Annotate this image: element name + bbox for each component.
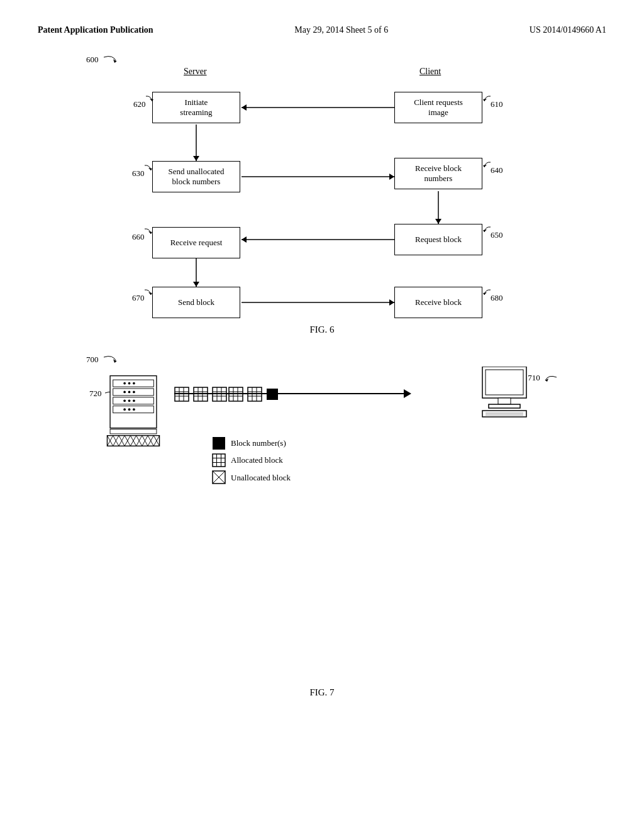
allocated-block-2: [193, 387, 208, 402]
box-receive-block: Receive block: [394, 287, 482, 318]
box-request-block: Request block: [394, 224, 482, 255]
svg-rect-73: [213, 387, 226, 401]
ref-630: 630: [132, 169, 145, 179]
svg-rect-96: [213, 437, 225, 450]
server-rack-icon: [105, 373, 162, 448]
fig7-legend: Block number(s) Allocated block: [212, 436, 291, 487]
arrow-660-ref: [143, 228, 153, 237]
legend-unallocated-icon: [212, 470, 226, 484]
fig7-arrow-line: [174, 393, 407, 394]
svg-marker-6: [389, 174, 394, 180]
box-initiate-streaming: Initiatestreaming: [152, 92, 240, 123]
legend-unallocated-text: Unallocated block: [231, 470, 291, 485]
svg-rect-63: [175, 387, 189, 401]
svg-point-38: [128, 399, 131, 402]
legend-allocated-block: Allocated block: [212, 453, 291, 467]
arrow-670-ref: [143, 289, 153, 298]
legend-allocated-text: Allocated block: [231, 453, 283, 467]
arrow-640-ref: [483, 161, 492, 170]
page-header: Patent Application Publication May 29, 2…: [38, 25, 606, 35]
arrow-650-ref: [483, 226, 492, 235]
header-right: US 2014/0149660 A1: [530, 25, 606, 35]
arrow-620-ref: [145, 95, 154, 104]
allocated-block-3: [247, 387, 262, 402]
box-receive-block-numbers: Receive blocknumbers: [394, 158, 482, 189]
legend-block-number-icon: [212, 436, 226, 450]
svg-point-29: [123, 382, 126, 385]
legend-block-numbers-text: Block number(s): [231, 436, 286, 450]
fig6-caption: FIG. 6: [38, 324, 606, 335]
svg-point-31: [133, 382, 135, 385]
blocks-row: [174, 387, 279, 402]
svg-rect-88: [267, 389, 278, 400]
svg-point-30: [128, 382, 131, 385]
svg-marker-18: [148, 292, 152, 295]
page: Patent Application Publication May 29, 2…: [0, 0, 644, 830]
header-left: Patent Application Publication: [38, 25, 153, 35]
svg-marker-12: [193, 282, 199, 287]
fig7-container: 700 720 710: [86, 354, 558, 511]
svg-point-33: [128, 391, 131, 394]
svg-point-32: [123, 391, 126, 394]
arrow-680-ref: [483, 289, 492, 298]
svg-point-42: [133, 408, 135, 411]
allocated-block-1: [174, 387, 189, 402]
legend-allocated-icon: [212, 453, 226, 467]
box-send-block: Send block: [152, 287, 240, 318]
svg-point-39: [133, 399, 135, 402]
svg-rect-68: [194, 387, 208, 401]
computer-icon: [476, 367, 533, 423]
fig6-container: 600 Server Client: [86, 54, 558, 318]
arrow-610-ref: [483, 95, 492, 104]
allocated-block-double: [212, 387, 243, 402]
svg-rect-93: [482, 411, 526, 417]
box-client-requests: Client requestsimage: [394, 92, 482, 123]
legend-block-numbers: Block number(s): [212, 436, 291, 450]
arrow-630-ref: [143, 164, 153, 174]
box-send-unallocated: Send unallocatedblock numbers: [152, 161, 240, 192]
svg-marker-22: [483, 292, 487, 295]
box-receive-request: Receive request: [152, 227, 240, 258]
fig6-diagram: Server Client: [86, 54, 558, 318]
ref-670: 670: [132, 293, 145, 303]
svg-marker-19: [483, 99, 487, 101]
svg-marker-21: [483, 230, 487, 232]
col-client-header: Client: [419, 67, 441, 77]
block-number-symbol-row: [266, 388, 279, 401]
svg-marker-16: [148, 168, 152, 170]
fig7-diagram: 720 710: [86, 354, 558, 511]
legend-unallocated-block: Unallocated block: [212, 470, 291, 485]
svg-rect-90: [486, 370, 523, 395]
svg-marker-10: [242, 236, 247, 243]
svg-marker-2: [242, 104, 247, 111]
svg-rect-43: [110, 429, 157, 434]
svg-rect-92: [489, 404, 520, 408]
svg-point-37: [123, 399, 126, 402]
svg-marker-8: [435, 219, 441, 224]
svg-point-40: [123, 408, 126, 411]
svg-marker-15: [150, 99, 153, 101]
svg-rect-83: [248, 387, 262, 401]
col-server-header: Server: [184, 67, 207, 77]
svg-marker-17: [148, 231, 152, 234]
fig7-caption: FIG. 7: [38, 687, 606, 698]
svg-rect-91: [498, 398, 511, 404]
ref-660: 660: [132, 232, 145, 242]
svg-marker-14: [389, 299, 394, 306]
svg-point-41: [128, 408, 131, 411]
fig7-arrowhead: [404, 389, 411, 398]
svg-point-34: [133, 391, 135, 394]
svg-marker-20: [483, 165, 487, 167]
svg-marker-4: [193, 156, 199, 161]
svg-rect-97: [213, 454, 225, 467]
header-center: May 29, 2014 Sheet 5 of 6: [294, 25, 388, 35]
ref-620: 620: [133, 99, 146, 109]
svg-rect-78: [229, 387, 243, 401]
